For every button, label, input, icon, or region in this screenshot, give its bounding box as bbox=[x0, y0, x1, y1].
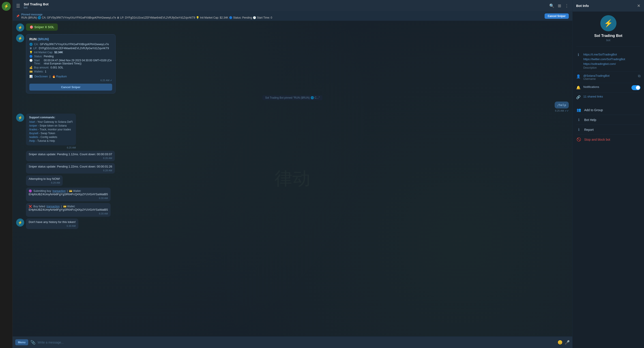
topbar-actions: 🔍 ⊞ ⋮ bbox=[549, 3, 569, 8]
help-cmd-time: 6:25 AM ✓✓ bbox=[555, 109, 569, 112]
cancel-sniper-button[interactable]: Cancel Sniper bbox=[544, 13, 569, 19]
failed-icon: ❌ bbox=[29, 205, 32, 208]
ca-row: 🌐 CA: GFV5iy3RKTVYmyXXuYFf41wPXItBrgoKPh… bbox=[29, 43, 112, 46]
search-icon[interactable]: 🔍 bbox=[549, 3, 554, 8]
stop-block-label: Stop and block bot bbox=[584, 138, 610, 141]
buy-amount-value: 0.001 SOL bbox=[50, 66, 63, 69]
message-input[interactable] bbox=[38, 341, 555, 344]
topbar: ☰ Sol Trading Bot bot 🔍 ⊞ ⋮ bbox=[12, 0, 572, 12]
failed-wallet-addr: EHpfsUBZ4UmyNAb6FgYgSR64FcQ4Xp2YUVGAYSaW… bbox=[29, 208, 108, 211]
status2-time: 6:28 AM bbox=[29, 169, 112, 172]
dexscreen-icon: 📊 bbox=[29, 75, 33, 78]
right-panel-close-button[interactable]: ✕ bbox=[637, 3, 640, 8]
start-time-value: 00:00:04:47 (Wed Nov 29 2023 04:30:00 GM… bbox=[44, 59, 112, 65]
info-icon-link: 🔗 bbox=[576, 95, 581, 99]
stop-block-row[interactable]: 🚫 Stop and block bot bbox=[576, 135, 640, 144]
token-ticker: ($RUN) bbox=[38, 37, 49, 41]
token-card: RUN ($RUN) 🌐 CA: GFV5iy3RKTVYmyXXuYFf41w… bbox=[26, 34, 116, 93]
no-history-text: Don't have any history for this token! bbox=[29, 220, 76, 224]
chat-subtitle: bot bbox=[24, 6, 546, 9]
main-container: ☰ Sol Trading Bot bot 🔍 ⊞ ⋮ 📌 Pinned mes… bbox=[12, 0, 572, 348]
bot-info-name: Sol Trading Bot bbox=[594, 33, 622, 38]
no-history-time: 6:30 AM bbox=[29, 224, 76, 227]
token-card-time: 6:25 AM ✓ bbox=[29, 79, 112, 82]
notifications-toggle[interactable] bbox=[632, 85, 640, 90]
menu-icon[interactable]: ☰ bbox=[16, 3, 20, 8]
ca-value: GFV5iy3RKTVYmyXXuYFf41wPXItBrgoKPhH2wwey… bbox=[40, 43, 109, 46]
info-icon-bell: 🔔 bbox=[576, 85, 581, 90]
add-to-group-row[interactable]: 👥 Add to Group bbox=[576, 105, 640, 115]
dexscreen-link[interactable]: DexScreen bbox=[34, 75, 48, 78]
wallets-label: Wallets: bbox=[34, 70, 44, 73]
shared-links-label: 11 shared links bbox=[583, 95, 640, 98]
cmd-sniper: /sniper - Snipe token on Solana bbox=[29, 124, 73, 127]
username-row: 👤 @SolanaTradingBot Username ⧉ bbox=[576, 72, 640, 83]
lp-row: 🖥 LP: DYFgD2cU2cw1ZEF4Mae6nkEVL2VRJfyGwY… bbox=[29, 47, 112, 50]
link-website[interactable]: https://soltradingbot.com/ bbox=[583, 62, 640, 66]
no-history-bubble: Don't have any history for this token! 6… bbox=[26, 218, 78, 229]
cmd-buysell: /buysell - Swap Token bbox=[29, 132, 73, 135]
actions-section: 👥 Add to Group ℹ Bot Help ℹ Report 🚫 Sto… bbox=[576, 105, 640, 144]
sniper-header-row: ⚡ 🎯 Sniper X SOL bbox=[16, 23, 569, 32]
emoji-icon[interactable]: 😊 bbox=[558, 340, 562, 345]
status2-bubble: Sniper status update: Pending 1.22ms. Co… bbox=[26, 163, 115, 174]
submitting-tx-link[interactable]: transaction bbox=[52, 189, 66, 192]
layout-icon[interactable]: ⊞ bbox=[558, 3, 561, 8]
start-time-row: 🕐 Start Time: 00:00:04:47 (Wed Nov 29 20… bbox=[29, 59, 112, 65]
report-row[interactable]: ℹ Report bbox=[576, 125, 640, 135]
status2-text: Sniper status update: Pending 1.22ms. Co… bbox=[29, 165, 112, 168]
pinned-bar: 📌 Pinned message RUN ($RUN) 🌐 CA: GFV5iy… bbox=[12, 12, 572, 21]
bot-help-row[interactable]: ℹ Bot Help bbox=[576, 115, 640, 125]
buy-amount-icon: 💰 bbox=[29, 66, 33, 69]
lp-icon: 🖥 bbox=[29, 47, 32, 50]
status1-row: Sniper status update: Pending 1.12ms. Co… bbox=[16, 151, 569, 161]
status-label: Status: bbox=[34, 55, 42, 58]
username-label: Username bbox=[583, 77, 635, 81]
mic-icon[interactable]: 🎤 bbox=[565, 340, 570, 345]
submitting-row: 🟣 Submitting buy transaction | 💳 Wallet:… bbox=[16, 188, 569, 201]
sniper-header: 🎯 Sniper X SOL bbox=[26, 23, 58, 31]
attach-icon[interactable]: 📎 bbox=[30, 340, 36, 345]
menu-button[interactable]: Menu bbox=[15, 339, 28, 345]
sidebar-main-icon[interactable]: ⚡ bbox=[2, 2, 11, 11]
pinned-notif-text: Sol Trading Bot pinned "RUN ($RUN) 🌐 C..… bbox=[262, 95, 322, 100]
bot-avatar-1: ⚡ bbox=[16, 23, 24, 31]
token-card-row: ⚡ RUN ($RUN) 🌐 CA: GFV5iy3RKTVYmyXXuYFf4… bbox=[16, 34, 569, 93]
failed-label: Buy failed bbox=[33, 205, 45, 208]
token-card-cancel-button[interactable]: Cancel Sniper bbox=[29, 84, 112, 91]
more-icon[interactable]: ⋮ bbox=[565, 3, 569, 8]
notifications-label: Notifications bbox=[583, 85, 629, 89]
bot-info-avatar: ⚡ bbox=[600, 15, 616, 31]
copy-icon[interactable]: ⧉ bbox=[638, 74, 640, 78]
attempting-row: Attempting to buy NOW! 6:29 AM bbox=[16, 175, 569, 186]
info-icon-username: 👤 bbox=[576, 74, 581, 78]
cmd-help: /help - Tutorial & Help bbox=[29, 139, 73, 143]
init-mc-value: $2.34K bbox=[54, 51, 63, 54]
link-twitter[interactable]: https://twitter.com/SolTradingBot bbox=[583, 57, 640, 62]
bot-help-label: Bot Help bbox=[584, 118, 596, 122]
failed-tx-link[interactable]: transaction bbox=[46, 205, 60, 208]
shared-links-row[interactable]: 🔗 11 shared links bbox=[576, 93, 640, 102]
username-value: @SolanaTradingBot bbox=[583, 74, 635, 77]
pinned-label: Pinned message bbox=[21, 13, 543, 16]
bot-help-icon: ℹ bbox=[576, 118, 582, 122]
link-telegram[interactable]: https://t.me/SolTradingBot bbox=[583, 52, 640, 57]
status2-row: Sniper status update: Pending 1.22ms. Co… bbox=[16, 163, 569, 174]
status-value: Pending bbox=[44, 55, 54, 58]
no-history-row: ⚡ Don't have any history for this token!… bbox=[16, 218, 569, 229]
right-panel-title: Bot Info bbox=[576, 4, 589, 7]
init-mc-icon: 💡 bbox=[29, 51, 33, 54]
support-box-time: 6:25 AM bbox=[26, 146, 76, 149]
submitting-icon: 🟣 bbox=[29, 189, 32, 192]
messages-wrapper: ⚡ 🎯 Sniper X SOL ⚡ RUN ($RUN) bbox=[16, 23, 569, 229]
submitting-tx-row: 🟣 Submitting buy transaction | 💳 Wallet: bbox=[29, 189, 108, 192]
attempting-bubble: Attempting to buy NOW! 6:29 AM bbox=[26, 175, 63, 186]
username-content: @SolanaTradingBot Username bbox=[583, 74, 635, 81]
links-row: ℹ https://t.me/SolTradingBot https://twi… bbox=[576, 50, 640, 72]
pin-icon: 📌 bbox=[16, 14, 20, 18]
notifications-row: 🔔 Notifications bbox=[576, 83, 640, 93]
raydium-link[interactable]: 🔥 Raydium bbox=[52, 75, 67, 78]
report-label: Report bbox=[584, 128, 594, 132]
ca-icon: 🌐 bbox=[29, 43, 33, 46]
pinned-notif-center: Sol Trading Bot pinned "RUN ($RUN) 🌐 C..… bbox=[16, 95, 569, 100]
